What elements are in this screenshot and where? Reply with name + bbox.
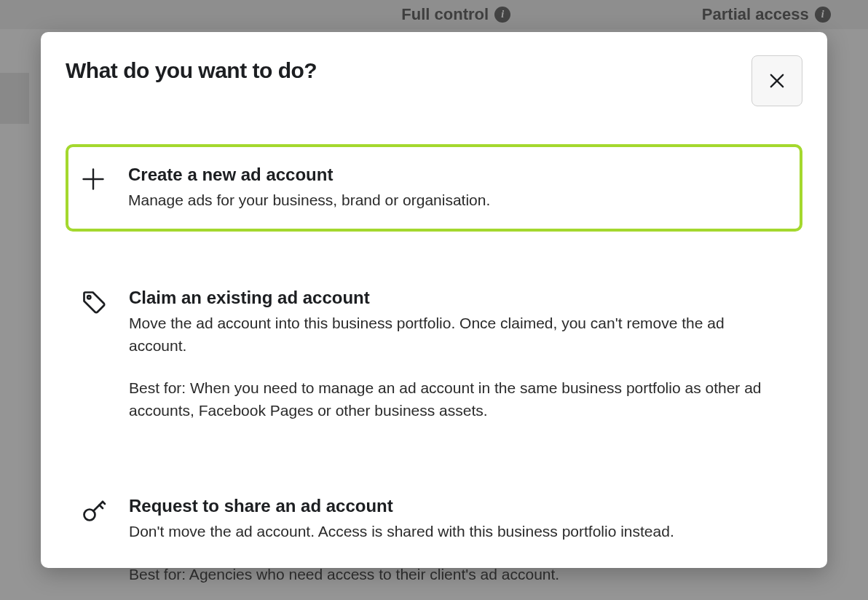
close-icon bbox=[767, 71, 787, 91]
modal-title: What do you want to do? bbox=[66, 58, 317, 83]
option-body: Request to share an ad account Don't mov… bbox=[129, 496, 786, 585]
svg-point-4 bbox=[87, 296, 90, 299]
option-description: Move the ad account into this business p… bbox=[129, 312, 786, 357]
option-title: Request to share an ad account bbox=[129, 496, 786, 516]
modal-header: What do you want to do? bbox=[66, 58, 802, 106]
option-description: Don't move the ad account. Access is sha… bbox=[129, 521, 786, 542]
option-title: Claim an existing ad account bbox=[129, 288, 786, 308]
plus-icon bbox=[79, 165, 108, 194]
option-claim-ad-account[interactable]: Claim an existing ad account Move the ad… bbox=[66, 267, 802, 443]
option-title: Create a new ad account bbox=[128, 165, 786, 185]
option-description: Manage ads for your business, brand or o… bbox=[128, 189, 786, 211]
option-body: Create a new ad account Manage ads for y… bbox=[128, 165, 786, 211]
modal: What do you want to do? Create a new ad … bbox=[41, 32, 827, 568]
tag-icon bbox=[79, 288, 108, 317]
option-best-for: Best for: When you need to manage an ad … bbox=[129, 377, 786, 422]
option-create-ad-account[interactable]: Create a new ad account Manage ads for y… bbox=[66, 144, 802, 232]
option-best-for: Best for: Agencies who need access to th… bbox=[129, 564, 786, 585]
close-button[interactable] bbox=[751, 55, 802, 106]
option-body: Claim an existing ad account Move the ad… bbox=[129, 288, 786, 422]
option-share-ad-account[interactable]: Request to share an ad account Don't mov… bbox=[66, 475, 802, 600]
key-icon bbox=[79, 496, 108, 525]
options-list: Create a new ad account Manage ads for y… bbox=[66, 144, 802, 600]
